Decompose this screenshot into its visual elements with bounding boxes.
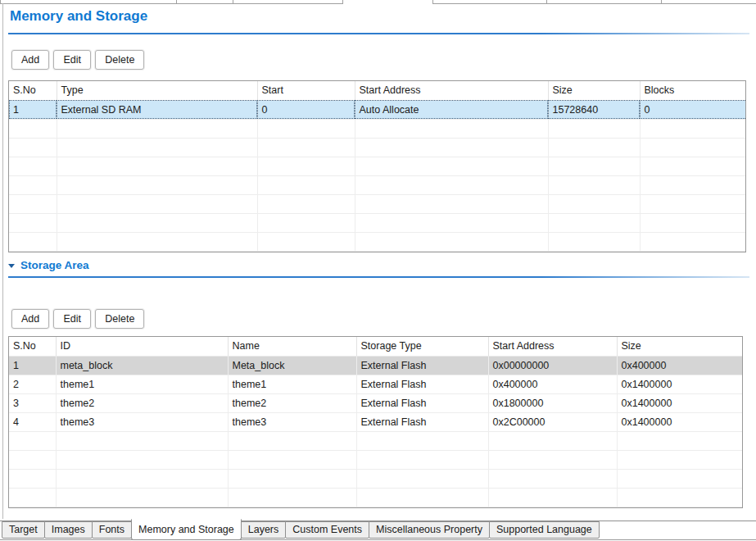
column-header[interactable]: Storage Type xyxy=(356,337,488,356)
table-header-row: S.NoTypeStartStart AddressSizeBlocks xyxy=(9,81,746,100)
table-cell: 15728640 xyxy=(548,100,640,119)
table-cell: 0x1400000 xyxy=(617,393,743,412)
delete-button[interactable]: Delete xyxy=(95,309,144,329)
tab-target[interactable]: Target xyxy=(2,521,45,539)
table-cell: 4 xyxy=(9,412,56,431)
table-cell: External Flash xyxy=(356,375,488,393)
empty-table-row xyxy=(9,138,746,157)
table-cell: 0x2C00000 xyxy=(488,412,617,431)
bottom-tab-bar: TargetImagesFontsMemory and StorageLayer… xyxy=(0,519,756,540)
empty-table-row xyxy=(9,119,746,138)
empty-table-row xyxy=(9,488,743,507)
column-header[interactable]: S.No xyxy=(9,81,57,100)
table-cell: External Flash xyxy=(356,412,488,431)
memory-table: S.NoTypeStartStart AddressSizeBlocks1Ext… xyxy=(8,80,746,252)
table-cell: 0 xyxy=(257,100,355,119)
column-header[interactable]: Type xyxy=(57,81,257,100)
collapse-triangle-down-icon[interactable] xyxy=(8,264,15,268)
column-header[interactable]: ID xyxy=(56,337,228,356)
empty-table-row xyxy=(9,157,746,175)
delete-button[interactable]: Delete xyxy=(95,50,144,70)
empty-table-row xyxy=(9,450,743,469)
table-cell: theme2 xyxy=(56,393,228,412)
tab-fonts[interactable]: Fonts xyxy=(92,521,132,539)
table-cell: Meta_block xyxy=(228,356,356,375)
page-title: Memory and Storage xyxy=(10,8,147,25)
empty-table-row xyxy=(9,431,743,450)
table-cell: 0x00000000 xyxy=(488,356,617,375)
edit-button[interactable]: Edit xyxy=(53,309,91,329)
tab-custom-events[interactable]: Custom Events xyxy=(285,521,369,539)
column-header[interactable]: Start xyxy=(257,81,355,100)
tab-images[interactable]: Images xyxy=(44,521,93,539)
table-cell: 0x1400000 xyxy=(617,375,743,393)
table-cell: theme2 xyxy=(228,393,356,412)
table-cell: theme1 xyxy=(228,375,356,393)
edit-button[interactable]: Edit xyxy=(53,50,91,70)
empty-table-row xyxy=(9,469,743,488)
storage-toolbar: AddEditDelete xyxy=(11,309,144,329)
column-header[interactable]: Blocks xyxy=(640,81,746,100)
storage-area-header[interactable]: Storage Area xyxy=(8,259,89,271)
column-header[interactable]: Name xyxy=(228,337,356,356)
memory-toolbar: AddEditDelete xyxy=(11,50,144,70)
table-cell: 1 xyxy=(9,356,56,375)
table-cell: 0x400000 xyxy=(488,375,617,393)
memory-and-storage-page: Memory and Storage AddEditDelete S.NoTyp… xyxy=(0,0,756,541)
table-cell: meta_block xyxy=(56,356,228,375)
panel-left-border xyxy=(2,3,3,519)
empty-table-row xyxy=(9,194,746,213)
table-cell: 3 xyxy=(9,393,56,412)
table-cell: 0x400000 xyxy=(617,356,743,375)
column-header[interactable]: Size xyxy=(617,337,743,356)
tab-layers[interactable]: Layers xyxy=(241,521,287,539)
table-row[interactable]: 2theme1theme1External Flash0x4000000x140… xyxy=(9,375,743,393)
column-header[interactable]: Start Address xyxy=(355,81,548,100)
empty-table-row xyxy=(9,213,746,232)
title-underline xyxy=(8,33,749,34)
storage-area-underline xyxy=(8,276,749,278)
table-cell: 0x1800000 xyxy=(488,393,617,412)
table-row[interactable]: 1External SD RAM0Auto Allocate157286400 xyxy=(9,100,746,119)
table-cell: Auto Allocate xyxy=(355,100,548,119)
column-header[interactable]: S.No xyxy=(9,337,56,356)
table-cell: theme1 xyxy=(56,375,228,393)
add-button[interactable]: Add xyxy=(11,50,49,70)
table-cell: theme3 xyxy=(228,412,356,431)
table-cell: External Flash xyxy=(356,393,488,412)
column-header[interactable]: Size xyxy=(548,81,640,100)
table-row[interactable]: 1meta_blockMeta_blockExternal Flash0x000… xyxy=(9,356,743,375)
table-cell: 1 xyxy=(9,100,57,119)
table-row[interactable]: 3theme2theme2External Flash0x18000000x14… xyxy=(9,393,743,412)
empty-table-row xyxy=(9,175,746,194)
add-button[interactable]: Add xyxy=(11,309,49,329)
table-cell: 0 xyxy=(640,100,746,119)
column-header[interactable]: Start Address xyxy=(488,337,617,356)
tab-memory-and-storage[interactable]: Memory and Storage xyxy=(131,519,242,540)
table-row[interactable]: 4theme3theme3External Flash0x2C000000x14… xyxy=(9,412,743,431)
table-cell: External Flash xyxy=(356,356,488,375)
storage-area-title: Storage Area xyxy=(20,259,89,271)
empty-table-row xyxy=(9,232,746,251)
table-cell: theme3 xyxy=(56,412,228,431)
tab-miscellaneous-property[interactable]: Miscellaneous Property xyxy=(369,521,490,539)
table-cell: External SD RAM xyxy=(57,100,257,119)
storage-table: S.NoIDNameStorage TypeStart AddressSize1… xyxy=(8,336,743,508)
table-cell: 2 xyxy=(9,375,56,393)
tab-supported-language[interactable]: Supported Language xyxy=(489,521,600,539)
table-header-row: S.NoIDNameStorage TypeStart AddressSize xyxy=(9,337,743,356)
table-cell: 0x1400000 xyxy=(617,412,743,431)
